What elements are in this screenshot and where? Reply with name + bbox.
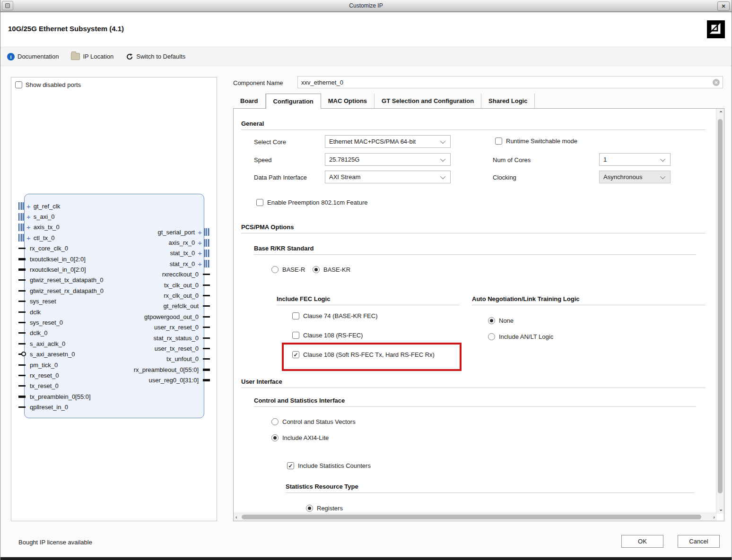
pin-stub [18,364,26,366]
diagram-port-gtpowergood_out_0[interactable]: gtpowergood_out_0 [40,311,210,322]
diagram-port-rx_clk_out_0[interactable]: rx_clk_out_0 [40,290,210,301]
show-disabled-ports-checkbox[interactable] [15,81,22,88]
expand-plus-icon[interactable]: + [198,260,202,267]
clause108-soft-control: Clause 108 (Soft RS-FEC Tx, Hard RS-FEC … [292,351,435,358]
diagram-port-qpllreset_in_0[interactable]: qpllreset_in_0 [18,402,104,412]
select-core-label: Select Core [254,138,286,146]
customize-ip-dialog: Customize IP ✕ 10G/25G Ethernet Subsyste… [0,0,732,560]
expand-plus-icon[interactable]: + [198,229,202,236]
port-label: rxrecclkout_0 [162,271,199,278]
axi4lite-radio[interactable] [271,434,279,441]
diagram-port-tx_clk_out_0[interactable]: tx_clk_out_0 [40,280,210,290]
pin-stub [18,248,26,249]
diagram-port-gt_refclk_out[interactable]: gt_refclk_out [40,301,210,311]
clear-icon[interactable]: ✕ [713,79,720,86]
diagram-port-user_rx_reset_0[interactable]: user_rx_reset_0 [40,322,210,333]
documentation-button[interactable]: i Documentation [7,53,59,60]
port-label: stat_rx_0 [170,260,195,267]
diagram-port-stat_tx_0[interactable]: stat_tx_0+ [40,248,210,258]
port-label: qpllreset_in_0 [30,404,68,411]
csv-control: Control and Status Vectors [271,418,356,425]
select-core-dropdown[interactable]: Ethernet MAC+PCS/PMA 64-bit [325,135,451,148]
data-path-interface-label: Data Path Interface [254,174,307,181]
data-path-interface-dropdown[interactable]: AXI Stream [325,171,451,183]
registers-radio[interactable] [306,505,313,512]
anlt-radio[interactable] [488,333,495,340]
tab-configuration[interactable]: Configuration [266,94,321,109]
tab-shared-logic[interactable]: Shared Logic [481,94,535,108]
stats-counters-control: Include Statistics Counters [287,462,371,469]
clause74-checkbox[interactable] [292,312,299,319]
diagram-port-gt_serial_port[interactable]: gt_serial_port+ [40,227,210,237]
vertical-scrollbar[interactable]: ⌃ ⌄ [716,109,724,514]
axi4lite-control: Include AXI4-Lite [271,434,329,441]
pin-stub [203,369,210,371]
tab-mac-options[interactable]: MAC Options [321,94,375,108]
horizontal-scrollbar[interactable]: ‹ › [234,513,717,521]
clause108-soft-checkbox[interactable] [292,351,299,358]
an-none-control: None [488,317,514,324]
diagram-port-tx_preamblein_0[55:0][interactable]: tx_preamblein_0[55:0] [18,391,104,402]
expand-plus-icon[interactable]: + [198,250,202,257]
close-icon[interactable]: ✕ [717,1,730,11]
clause108-checkbox[interactable] [292,332,299,339]
window-bottom-edge [0,557,732,560]
diagram-port-rx_preambleout_0[55:0][interactable]: rx_preambleout_0[55:0] [40,364,210,375]
preemption-checkbox[interactable] [256,199,263,206]
scroll-left-icon[interactable]: ‹ [235,515,237,520]
switch-to-defaults-button[interactable]: Switch to Defaults [126,53,185,60]
scroll-down-icon[interactable]: ⌄ [719,507,723,512]
pin-stub [18,290,26,292]
num-cores-dropdown[interactable]: 1 [599,153,671,166]
expand-plus-icon[interactable]: + [26,213,31,220]
base-kr-radio[interactable] [313,266,320,273]
tab-board[interactable]: Board [233,94,266,108]
base-r-radio[interactable] [271,266,279,273]
runtime-switchable-checkbox[interactable] [495,138,502,145]
pin-stub [203,316,210,318]
an-none-radio[interactable] [488,317,495,324]
diagram-port-rxrecclkout_0[interactable]: rxrecclkout_0 [40,269,210,280]
horizontal-scroll-thumb[interactable] [242,515,701,519]
chevron-down-icon [660,156,665,161]
expand-plus-icon[interactable]: + [198,239,202,246]
bus-interface-marker [204,250,210,257]
clause108-control: Clause 108 (RS-FEC) [292,332,363,339]
vertical-scroll-thumb[interactable] [718,119,723,493]
component-name-input[interactable]: xxv_ethernet_0 ✕ [297,76,723,88]
expand-plus-icon[interactable]: + [26,203,31,210]
port-label: stat_rx_status_0 [154,335,199,342]
diagram-port-axis_rx_0[interactable]: axis_rx_0+ [40,237,210,248]
ip-location-button[interactable]: IP Location [71,53,113,60]
port-label: tx_preamblein_0[55:0] [30,393,91,400]
diagram-port-s_axi_0[interactable]: +s_axi_0 [18,211,104,222]
registers-control: Registers [306,505,343,512]
port-label: gtpowergood_out_0 [144,313,199,320]
cancel-button[interactable]: Cancel [678,535,720,548]
base-kr-label: BASE-KR [323,266,350,273]
pin-stub [18,322,26,323]
diagram-port-stat_rx_status_0[interactable]: stat_rx_status_0 [40,333,210,343]
scroll-up-icon[interactable]: ⌃ [719,111,723,116]
diagram-port-tx_unfout_0[interactable]: tx_unfout_0 [40,354,210,364]
diagram-port-stat_rx_0[interactable]: stat_rx_0+ [40,258,210,269]
bus-interface-marker [204,228,210,236]
diagram-port-gt_ref_clk[interactable]: +gt_ref_clk [18,201,104,211]
section-user-interface: User Interface [241,378,282,385]
diagram-port-user_reg0_0[31:0][interactable]: user_reg0_0[31:0] [40,375,210,385]
diagram-port-user_tx_reset_0[interactable]: user_tx_reset_0 [40,343,210,353]
tab-gt-selection-and-configuration[interactable]: GT Selection and Configuration [375,94,481,108]
speed-dropdown[interactable]: 25.78125G [325,153,451,166]
section-fec: Include FEC Logic [277,295,330,302]
axi4lite-label: Include AXI4-Lite [282,434,329,441]
expand-plus-icon[interactable]: + [26,234,31,241]
ip-symbol-panel: Show disabled ports +gt_ref_clk+s_axi_0+… [11,77,217,521]
pin-stub [203,358,210,360]
data-path-interface-value: AXI Stream [329,173,360,181]
expand-plus-icon[interactable]: + [26,224,31,231]
ok-button[interactable]: OK [621,535,663,548]
stats-counters-checkbox[interactable] [287,462,294,469]
csv-radio[interactable] [271,418,279,425]
refresh-icon [126,53,133,60]
scroll-right-icon[interactable]: › [713,515,715,520]
